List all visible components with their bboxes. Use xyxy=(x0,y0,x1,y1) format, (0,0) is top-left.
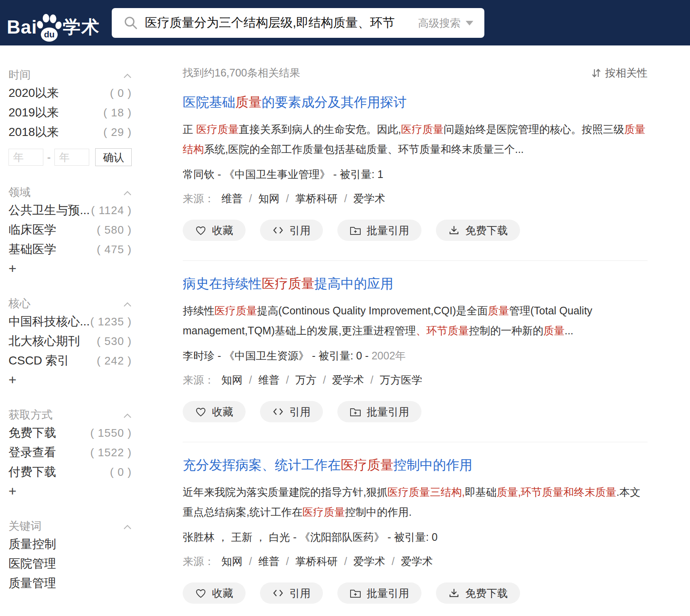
filter-item[interactable]: 2019以来( 18 ) xyxy=(8,103,132,122)
source-link[interactable]: 爱学术 xyxy=(353,553,385,570)
source-link[interactable]: 知网 xyxy=(258,190,280,207)
sidebar-section-keyword: 关键词质量控制医院管理质量管理 xyxy=(8,517,132,593)
text-segment: 质量,环节质量和终末质量 xyxy=(497,486,616,498)
sidebar-section-core: 核心中国科技核心...( 1235 )北大核心期刊( 530 )CSCD 索引(… xyxy=(8,295,132,389)
source-separator: / xyxy=(392,553,395,570)
source-link[interactable]: 维普 xyxy=(258,372,280,388)
results-count: 找到约16,700条相关结果 xyxy=(183,66,300,80)
logo-text-du: du xyxy=(44,29,55,39)
cite-button[interactable]: 引用 xyxy=(260,401,323,422)
filter-item[interactable]: 2020以来( 0 ) xyxy=(8,83,132,103)
source-link[interactable]: 维普 xyxy=(258,553,280,570)
result-title-link[interactable]: 病史在持续性医疗质量提高中的应用 xyxy=(183,275,648,292)
filter-label: 基础医学 xyxy=(8,241,56,257)
filter-item[interactable]: 登录查看( 1522 ) xyxy=(8,443,132,462)
filter-item[interactable]: 质量管理 xyxy=(8,574,132,593)
sort-by-relevance[interactable]: 按相关性 xyxy=(591,66,648,80)
button-label: 免费下载 xyxy=(465,223,508,237)
button-label: 免费下载 xyxy=(465,586,508,600)
filter-item[interactable]: 中国科技核心...( 1235 ) xyxy=(8,312,132,331)
cite-button[interactable]: 引用 xyxy=(260,220,323,241)
free-download-button[interactable]: 免费下载 xyxy=(436,220,520,241)
heart-icon xyxy=(195,588,206,598)
filter-item[interactable]: 公共卫生与预...( 1124 ) xyxy=(8,201,132,220)
result-title-link[interactable]: 医院基础质量的要素成分及其作用探讨 xyxy=(183,94,648,111)
source-link[interactable]: 掌桥科研 xyxy=(295,190,338,207)
source-link[interactable]: 万方医学 xyxy=(380,372,422,388)
baidu-scholar-logo[interactable]: Bai du 学术 xyxy=(7,8,100,40)
button-label: 批量引用 xyxy=(367,405,409,419)
source-link[interactable]: 知网 xyxy=(221,553,243,570)
batch-cite-button[interactable]: 批量引用 xyxy=(337,401,421,422)
text-segment: 提高(Continous Quality Improvement,CQI)是全面 xyxy=(257,305,488,316)
expand-more-button[interactable]: + xyxy=(8,259,132,278)
filter-item[interactable]: 北大核心期刊( 530 ) xyxy=(8,331,132,351)
expand-more-button[interactable]: + xyxy=(8,482,132,500)
filter-item[interactable]: 付费下载( 0 ) xyxy=(8,462,132,482)
text-segment: 常同钦 - 《中国卫生事业管理》 - 被引量: 1 xyxy=(183,168,383,180)
chevron-up-icon[interactable] xyxy=(123,520,132,533)
filter-item[interactable]: 基础医学( 475 ) xyxy=(8,240,132,259)
chevron-up-icon[interactable] xyxy=(123,68,132,82)
filter-item[interactable]: 质量控制 xyxy=(8,534,132,554)
favorite-button[interactable]: 收藏 xyxy=(183,220,246,241)
text-segment: 的要素成分及其作用探讨 xyxy=(262,95,407,110)
results-list: 医院基础质量的要素成分及其作用探讨正 医疗质量直接关系到病人的生命安危。因此,医… xyxy=(183,94,648,616)
filter-count: ( 18 ) xyxy=(103,106,132,119)
favorite-button[interactable]: 收藏 xyxy=(183,401,246,422)
source-link[interactable]: 掌桥科研 xyxy=(295,553,338,570)
expand-more-button[interactable]: + xyxy=(8,370,132,389)
source-link[interactable]: 维普 xyxy=(221,190,243,207)
batch-cite-button[interactable]: 批量引用 xyxy=(337,582,421,604)
download-icon xyxy=(448,588,460,599)
logo-text-bai: Bai xyxy=(7,14,37,40)
filter-item[interactable]: 免费下载( 1550 ) xyxy=(8,423,132,443)
advanced-search-button[interactable]: 高级搜索 xyxy=(418,8,473,38)
free-download-button[interactable]: 免费下载 xyxy=(436,582,520,604)
results-header: 找到约16,700条相关结果 按相关性 xyxy=(183,66,648,79)
folder-plus-icon xyxy=(350,407,361,417)
search-input[interactable] xyxy=(145,16,415,30)
chevron-up-icon[interactable] xyxy=(123,186,132,199)
source-separator: / xyxy=(323,372,326,388)
filter-label: 中国科技核心... xyxy=(8,314,90,330)
result-actions: 收藏引用批量引用免费下载 xyxy=(183,582,648,604)
result-title-link[interactable]: 充分发挥病案、统计工作在医疗质量控制中的作用 xyxy=(183,457,648,474)
filter-item[interactable]: CSCD 索引( 242 ) xyxy=(8,351,132,370)
filter-label: 付费下载 xyxy=(8,464,56,480)
favorite-button[interactable]: 收藏 xyxy=(183,582,246,604)
source-separator: / xyxy=(286,190,289,207)
folder-plus-icon xyxy=(350,226,361,235)
source-link[interactable]: 爱学术 xyxy=(332,372,364,388)
page-content: 时间2020以来( 0 )2019以来( 18 )2018以来( 29 )-确认… xyxy=(0,45,690,616)
source-link[interactable]: 爱学术 xyxy=(353,190,385,207)
text-segment: 医疗质量 xyxy=(401,123,444,135)
chevron-up-icon[interactable] xyxy=(123,408,132,421)
advanced-search-label: 高级搜索 xyxy=(418,16,461,30)
result-sources: 来源：维普/知网/掌桥科研/爱学术 xyxy=(183,190,648,207)
filter-label: 北大核心期刊 xyxy=(8,333,80,349)
source-link[interactable]: 知网 xyxy=(221,372,243,388)
batch-cite-button[interactable]: 批量引用 xyxy=(337,220,421,241)
year-from-input[interactable] xyxy=(8,149,43,166)
filter-sidebar: 时间2020以来( 0 )2019以来( 18 )2018以来( 29 )-确认… xyxy=(8,45,132,616)
chevron-up-icon[interactable] xyxy=(123,297,132,310)
cite-button[interactable]: 引用 xyxy=(260,582,323,604)
text-segment: 李时珍 - 《中国卫生资源》 - 被引量: 0 - xyxy=(183,350,371,362)
filter-label: 公共卫生与预... xyxy=(8,202,90,218)
filter-label: 免费下载 xyxy=(8,425,56,441)
text-segment: 系统,医院的全部工作质量包括基础质量、环节质量和终末质量三个... xyxy=(204,143,524,155)
confirm-button[interactable]: 确认 xyxy=(95,148,132,166)
filter-count: ( 1235 ) xyxy=(90,315,132,328)
filter-label: 质量控制 xyxy=(8,536,56,552)
filter-label: 登录查看 xyxy=(8,444,56,461)
text-segment: 医院基础 xyxy=(183,95,235,110)
source-link[interactable]: 爱学术 xyxy=(401,553,433,570)
year-to-input[interactable] xyxy=(54,149,89,166)
source-link[interactable]: 万方 xyxy=(295,372,317,388)
filter-item[interactable]: 医院管理 xyxy=(8,554,132,574)
button-label: 收藏 xyxy=(212,223,233,237)
filter-item[interactable]: 2018以来( 29 ) xyxy=(8,122,132,142)
filter-item[interactable]: 临床医学( 580 ) xyxy=(8,220,132,240)
text-segment: 医疗质量 xyxy=(303,506,345,518)
